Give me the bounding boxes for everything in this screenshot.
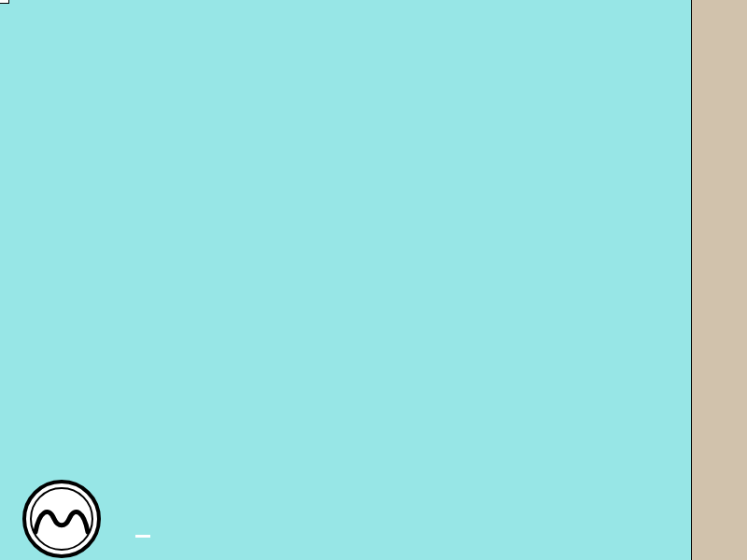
cloud-cover-legend-panel xyxy=(691,0,747,560)
metmaps-logo[interactable] xyxy=(4,478,134,560)
station-temperatures-layer xyxy=(0,0,747,560)
copyright[interactable] xyxy=(135,535,150,538)
title-bar xyxy=(0,0,9,4)
cloud-cover-colorbar xyxy=(692,0,747,560)
weather-map[interactable] xyxy=(0,0,747,560)
logo-outer-ring xyxy=(24,482,99,556)
